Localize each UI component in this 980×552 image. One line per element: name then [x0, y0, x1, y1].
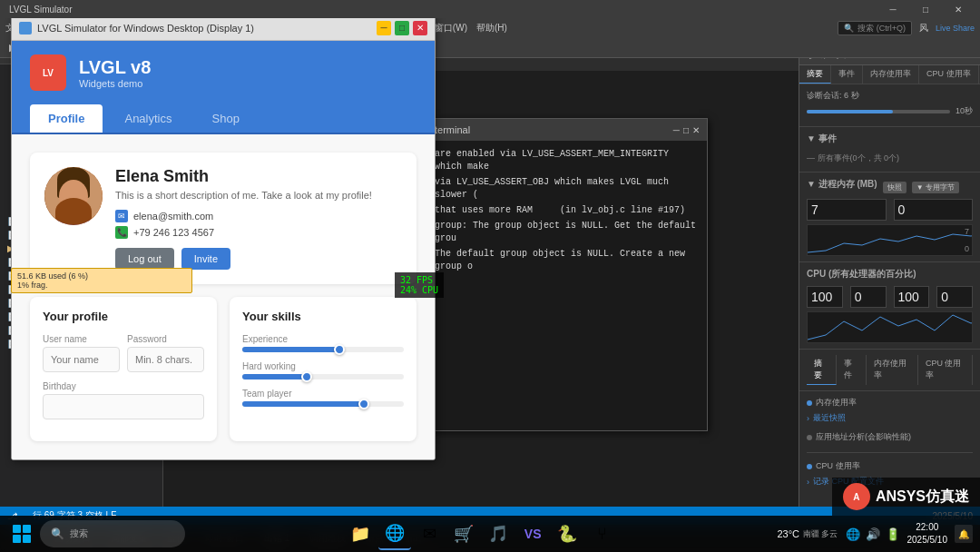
notification-icon: 🔔: [958, 529, 969, 539]
profile-contact: ✉ elena@smith.com 📞 +79 246 123 4567: [115, 210, 402, 239]
cpu-value-low2: 0: [936, 286, 973, 308]
ide-minimize-button[interactable]: ─: [877, 0, 909, 18]
weather-widget: 23°C 南疆 多云: [777, 528, 838, 540]
lvgl-tab-analytics[interactable]: Analytics: [106, 104, 190, 133]
private-bytes-button[interactable]: ▼ 专用字节: [912, 182, 959, 193]
profile-description: This is a short description of me. Take …: [115, 190, 402, 201]
username-input[interactable]: [43, 347, 120, 372]
lvgl-tab-profile[interactable]: Profile: [30, 104, 103, 133]
experience-fill: [242, 347, 339, 352]
memory-bar-subtext: 1% frag.: [17, 281, 186, 290]
svg-point-8: [55, 211, 92, 225]
hard-working-skill: Hard working: [242, 361, 404, 380]
team-player-handle[interactable]: [358, 399, 369, 409]
snapshot-button[interactable]: 快照: [883, 182, 906, 193]
birthday-input[interactable]: [43, 394, 204, 419]
taskbar-app-mail[interactable]: ✉: [413, 518, 446, 550]
memory-title: ▼ 进程内存 (MB): [807, 178, 877, 191]
rp-btab-memory[interactable]: 内存使用率: [867, 355, 918, 385]
live-share-button[interactable]: Live Share: [936, 24, 975, 33]
right-panel: 诊断工具 ⚙ ✕ 摘要 事件 内存使用率 CPU 使用率 诊断会话: 6 秒 1…: [799, 44, 980, 507]
ide-search-box[interactable]: 🔍 搜索 (Ctrl+Q): [838, 21, 912, 35]
lvgl-app-subtitle: Widgets demo: [79, 78, 416, 89]
rp-btab-events[interactable]: 事件: [837, 355, 867, 385]
taskbar-time: 22:00: [907, 521, 948, 534]
time-slider[interactable]: [807, 110, 950, 113]
lvgl-title-area: LVGL v8 Widgets demo: [79, 57, 416, 89]
taskbar-app-browser[interactable]: 🌐: [378, 518, 411, 550]
sim-titlebar-controls: ─ □ ✕: [377, 21, 427, 35]
session-label: 诊断会话: 6 秒: [807, 90, 973, 102]
time-slider-label: 10秒: [956, 105, 973, 117]
cpu-text: 24% CPU: [400, 285, 438, 295]
taskbar-time-display: 22:00 2025/5/10: [907, 521, 948, 547]
rp-tab-summary[interactable]: 摘要: [799, 65, 831, 84]
ide-maximize-button[interactable]: □: [909, 0, 942, 18]
start-button[interactable]: [7, 519, 36, 548]
rp-btab-summary[interactable]: 摘要: [807, 355, 837, 385]
notification-button[interactable]: 🔔: [955, 525, 973, 543]
hard-working-handle[interactable]: [301, 371, 312, 382]
recent-snapshot-item[interactable]: › 最近快照: [807, 410, 973, 426]
time-slider-row: 10秒: [807, 105, 973, 117]
rp-tab-events[interactable]: 事件: [831, 65, 863, 84]
terminal-line-1: are enabled via LV_USE_ASSERT_MEM_INTEGR…: [435, 148, 700, 173]
taskbar-search[interactable]: 🔍 搜索: [40, 520, 185, 547]
ide-close-button[interactable]: ✕: [942, 0, 975, 18]
terminal-maximize-btn[interactable]: □: [683, 125, 689, 135]
contact-phone: 📞 +79 246 123 4567: [115, 226, 402, 239]
address-label: 应用地址分析(会影响性能): [816, 431, 911, 443]
lvgl-app-title: LVGL v8: [79, 57, 416, 78]
volume-icon[interactable]: 🔊: [866, 527, 880, 541]
profile-info: Elena Smith This is a short description …: [115, 167, 402, 270]
taskbar-app-store[interactable]: 🛒: [447, 518, 480, 550]
taskbar-app-explorer[interactable]: 📁: [344, 518, 377, 550]
logout-button[interactable]: Log out: [115, 248, 174, 270]
username-group: User name: [43, 334, 120, 372]
taskbar-app-python[interactable]: 🐍: [551, 518, 583, 550]
terminal-close-btn[interactable]: ✕: [692, 125, 700, 135]
ansys-watermark: A ANSYS仿真迷: [832, 478, 980, 516]
team-player-bar[interactable]: [242, 401, 404, 407]
taskbar-app-git[interactable]: ⑂: [585, 518, 618, 550]
memory-subsection: 内存使用率: [807, 395, 973, 410]
terminal-minimize-btn[interactable]: ─: [673, 125, 680, 135]
password-input[interactable]: [127, 347, 204, 372]
avatar: [44, 167, 103, 225]
profile-actions: Log out Invite: [115, 248, 402, 270]
cpu-usage-label: CPU 使用率: [816, 460, 860, 472]
menu-window[interactable]: 窗口(W): [435, 22, 467, 34]
hard-working-bar[interactable]: [242, 374, 404, 380]
invite-button[interactable]: Invite: [181, 248, 230, 270]
taskbar-app-music[interactable]: 🎵: [482, 518, 514, 550]
cpu-stats: 100 0 100 0: [807, 286, 973, 308]
experience-bar[interactable]: [242, 347, 404, 352]
sim-close-button[interactable]: ✕: [413, 21, 427, 35]
address-analysis-section: 应用地址分析(会影响性能): [807, 429, 973, 445]
terminal-title-text: terminal: [435, 124, 470, 135]
battery-icon[interactable]: 🔋: [886, 527, 900, 541]
taskbar-app-vs[interactable]: VS: [516, 518, 549, 550]
network-icon[interactable]: 🌐: [846, 527, 860, 541]
events-section: ▼ 事件 — 所有事件(0个，共 0个): [799, 127, 980, 172]
sim-minimize-button[interactable]: ─: [377, 21, 391, 35]
terminal-line-4: group: The group object is NULL. Get the…: [435, 220, 700, 245]
password-label: Password: [127, 334, 204, 344]
hard-working-label: Hard working: [242, 361, 404, 371]
sim-maximize-button[interactable]: □: [395, 21, 409, 35]
ide-username: 风: [919, 22, 928, 34]
experience-handle[interactable]: [334, 344, 345, 355]
rp-btab-cpu[interactable]: CPU 使用率: [918, 355, 973, 385]
phone-text: +79 246 123 4567: [133, 227, 214, 238]
team-player-skill: Team player: [242, 389, 404, 407]
cpu-value-high: 100: [807, 286, 843, 308]
email-text: elena@smith.com: [133, 211, 213, 222]
lvgl-tab-shop[interactable]: Shop: [194, 104, 258, 133]
events-title: ▼ 事件: [807, 133, 973, 145]
bottom-stats-section: 摘要 事件 内存使用率 CPU 使用率: [799, 350, 980, 391]
bottom-stats-tabs: 摘要 事件 内存使用率 CPU 使用率: [807, 355, 973, 385]
rp-tab-cpu[interactable]: CPU 使用率: [919, 65, 979, 84]
rp-tab-memory[interactable]: 内存使用率: [863, 65, 919, 84]
menu-help[interactable]: 帮助(H): [476, 22, 507, 34]
profile-form-row1: User name Password: [43, 334, 204, 381]
